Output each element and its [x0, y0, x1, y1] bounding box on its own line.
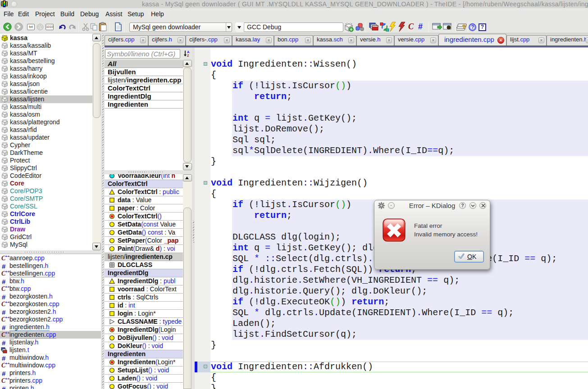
svg-text:?: ? [462, 23, 466, 30]
svg-text:Z: Z [187, 54, 189, 57]
svg-text:?: ? [471, 24, 474, 30]
